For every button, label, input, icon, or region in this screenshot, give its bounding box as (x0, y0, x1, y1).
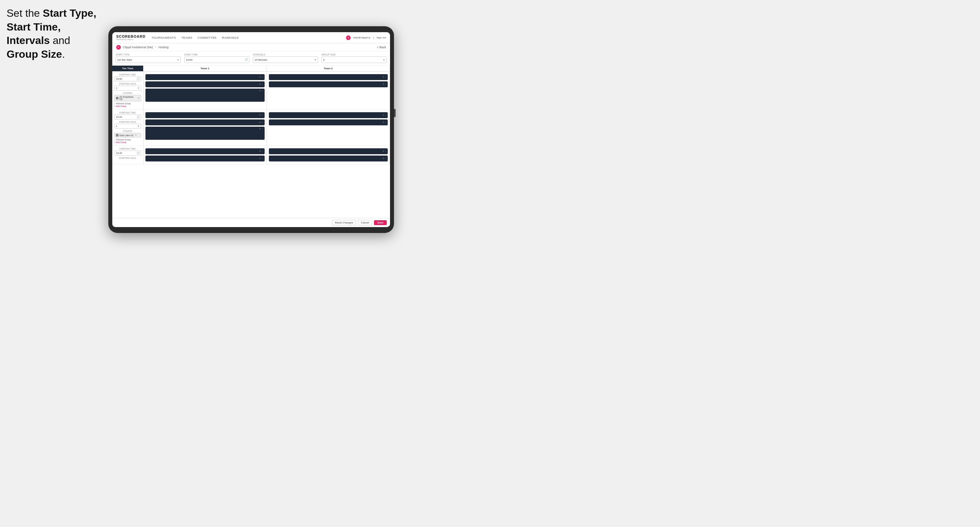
instruction-start-type: Start Type, (43, 7, 96, 19)
start-time-label: Start Time (184, 54, 250, 56)
player-x[interactable]: ✕ ○ (382, 83, 387, 86)
intervals-value: 10 Minutes (255, 59, 267, 61)
course-remove-2[interactable]: ✕ (135, 134, 137, 137)
add-group-1[interactable]: + Add Group (114, 105, 141, 107)
player-x[interactable]: ✕ ○ (382, 150, 387, 152)
starting-time-val-1: 10:00 (116, 78, 122, 80)
breadcrumb-separator: > (155, 46, 157, 49)
start-type-select[interactable]: 1st Tee Start ▼ (116, 56, 181, 63)
player-row: ✕ ○ (145, 127, 265, 140)
course-remove-1[interactable]: ✕ (138, 97, 140, 99)
player-x[interactable]: ✕ ○ (259, 76, 263, 78)
starting-time-input-3[interactable]: 10:20 🕐 (114, 151, 141, 156)
course-name-1: (A) Peachtree GC (119, 96, 137, 100)
player-row: ✕ ○ (145, 81, 265, 87)
starting-time-input-2[interactable]: 10:10 🕐 (114, 114, 141, 119)
instruction-start-time: Start Time, (6, 21, 61, 33)
time-icon-2: 🕐 (137, 116, 140, 119)
top-navigation: SCOREBOARD Powered by clipp.io TOURNAMEN… (112, 32, 390, 43)
starting-time-val-2: 10:10 (116, 116, 122, 119)
player-x[interactable]: ✕ ○ (259, 121, 263, 124)
intervals-chevron: ▼ (314, 59, 317, 61)
player-x[interactable]: ✕ ○ (259, 114, 263, 116)
group-size-label: Group Size (321, 54, 387, 56)
reset-changes-button[interactable]: Reset Changes (332, 220, 356, 225)
start-time-select[interactable]: 10:00 🕐 (184, 56, 250, 63)
time-icon-3: 🕐 (137, 152, 140, 154)
tablet-frame: SCOREBOARD Powered by clipp.io TOURNAMEN… (108, 26, 394, 233)
starting-hole-input-2[interactable]: 1 ⬆ (114, 124, 141, 129)
nav-committee[interactable]: COMMITTEE (198, 35, 217, 40)
th-tee-time: Tee Time (112, 66, 143, 71)
nav-rankings[interactable]: RANKINGS (222, 35, 239, 40)
remove-icon-2: ○ (114, 138, 116, 141)
instruction-intervals: Intervals (6, 35, 50, 46)
player-x[interactable]: ✕ ○ (259, 83, 263, 86)
tee-time-col-3: STARTING TIME: 10:20 🕐 STARTING HOLE: (112, 146, 143, 164)
cancel-button[interactable]: Cancel (358, 220, 372, 225)
table-header: Tee Time Team 1 Team 2 (112, 66, 390, 71)
team2-col-2: ✕ ○ ✕ ○ (267, 110, 390, 145)
time-icon-1: 🕐 (137, 78, 140, 80)
starting-time-label-2: STARTING TIME: (114, 111, 141, 114)
instruction-and: and (50, 35, 70, 46)
player-x[interactable]: ✕ ○ (259, 128, 263, 130)
group-size-group: Group Size 3 ▼ (321, 54, 387, 63)
player-x[interactable]: ✕ ○ (382, 157, 387, 160)
back-button[interactable]: < Back (377, 46, 386, 49)
save-button[interactable]: Save (374, 220, 387, 225)
team1-col-2: ✕ ○ ✕ ○ ✕ ○ (143, 110, 267, 145)
player-x[interactable]: ✕ ○ (382, 76, 387, 78)
instruction-group-size: Group Size (6, 48, 62, 60)
starting-hole-label-1: STARTING HOLE: (114, 83, 141, 85)
player-row: ✕ ○ (269, 119, 388, 125)
starting-hole-label-2: STARTING HOLE: (114, 121, 141, 123)
player-row: ✕ ○ (145, 112, 265, 118)
player-row: ✕ ○ (269, 112, 388, 118)
group-size-chevron: ▼ (383, 59, 385, 61)
logo: SCOREBOARD Powered by clipp.io (116, 35, 145, 40)
nav-teams[interactable]: TEAMS (181, 35, 192, 40)
nav-tournaments[interactable]: TOURNAMENTS (151, 35, 176, 40)
sign-out-link[interactable]: Sign out (377, 36, 386, 39)
group-size-select[interactable]: 3 ▼ (321, 56, 387, 63)
footer-bar: Reset Changes Cancel Save (112, 218, 390, 227)
intervals-group: Intervals 10 Minutes ▼ (253, 54, 318, 63)
starting-hole-input-1[interactable]: 1 ⬆ (114, 86, 141, 90)
add-group-2[interactable]: + Add Group (114, 141, 141, 143)
hole-chevron-2: ⬆ (138, 125, 140, 128)
player-row: ✕ ○ (145, 89, 265, 102)
instruction-prefix: Set the (6, 7, 43, 19)
player-row: ✕ ○ (145, 156, 265, 162)
remove-group-2[interactable]: ○ Remove Group (114, 138, 141, 141)
player-x[interactable]: ✕ ○ (259, 150, 263, 152)
start-type-chevron: ▼ (177, 59, 179, 61)
breadcrumb-tournament[interactable]: Clippd Invitational (Me) (123, 46, 153, 49)
player-row: ✕ ○ (145, 148, 265, 154)
tee-time-col-2: STARTING TIME: 10:10 🕐 STARTING HOLE: 1 … (112, 110, 143, 145)
starting-time-val-3: 10:20 (116, 152, 122, 154)
tablet-screen: SCOREBOARD Powered by clipp.io TOURNAMEN… (112, 32, 390, 227)
start-type-value: 1st Tee Start (117, 59, 132, 61)
course-name-2: East Lake GC (119, 134, 134, 137)
course-badge-2: East Lake GC ✕ (114, 133, 141, 138)
instruction-text: Set the Start Type, Start Time, Interval… (6, 6, 105, 61)
start-time-group: Start Time 10:00 🕐 (184, 54, 250, 63)
player-x[interactable]: ✕ ○ (259, 157, 263, 160)
remove-group-1[interactable]: ○ Remove Group (114, 102, 141, 105)
player-x[interactable]: ✕ ○ (382, 121, 387, 124)
user-avatar: B (346, 35, 351, 40)
starting-time-input-1[interactable]: 10:00 🕐 (114, 76, 141, 81)
player-x[interactable]: ✕ ○ (259, 90, 263, 92)
hole-chevron-1: ⬆ (138, 87, 140, 90)
starting-hole-val-2: 1 (116, 125, 117, 128)
player-row: ✕ ○ (269, 156, 388, 162)
player-x[interactable]: ✕ ○ (382, 114, 387, 116)
starting-hole-val-1: 1 (116, 87, 117, 90)
breadcrumb-bar: C Clippd Invitational (Me) > Hosting < B… (112, 43, 390, 51)
intervals-select[interactable]: 10 Minutes ▼ (253, 56, 318, 63)
nav-right: B blair@clippd.io | Sign out (346, 35, 386, 40)
player-row: ✕ ○ (145, 119, 265, 125)
starting-time-label-1: STARTING TIME: (114, 73, 141, 76)
group-row: STARTING TIME: 10:10 🕐 STARTING HOLE: 1 … (112, 110, 390, 146)
